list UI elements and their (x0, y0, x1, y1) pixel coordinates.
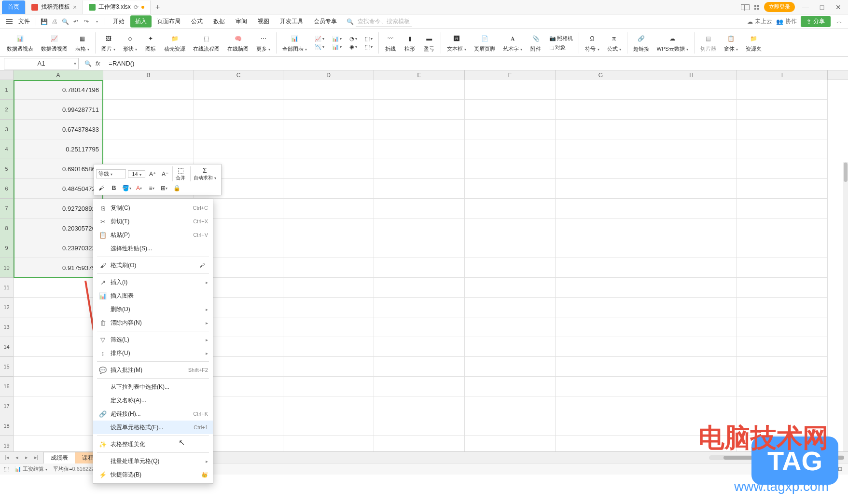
cell-I2[interactable] (737, 100, 828, 120)
row-header-7[interactable]: 7 (0, 199, 14, 218)
cell-I14[interactable] (737, 337, 828, 357)
ctx-item-8[interactable]: 📊插入图表 (93, 289, 213, 302)
cell-E12[interactable] (374, 298, 465, 317)
cell-D17[interactable] (283, 396, 374, 416)
cell-D14[interactable] (283, 337, 374, 357)
chart-type-7[interactable]: ⬚ ▾ (363, 35, 375, 42)
cell-F11[interactable] (465, 278, 556, 298)
cell-E14[interactable] (374, 337, 465, 357)
sb-icon-2[interactable]: ◉ (810, 465, 819, 474)
ribbon-tab-data[interactable]: 数据 (209, 15, 230, 27)
cell-G13[interactable] (556, 317, 646, 337)
cell-A9[interactable]: 0.239703227 (14, 238, 103, 258)
column-header-G[interactable]: G (556, 70, 646, 80)
ctx-extra-icon[interactable]: 🖌 (199, 262, 208, 269)
sheet-prev-icon[interactable]: ◂ (13, 453, 21, 462)
cell-D15[interactable] (283, 357, 374, 377)
new-tab-button[interactable]: + (151, 3, 165, 12)
file-menu[interactable]: 文件 (15, 17, 33, 26)
ribbon-tab-view[interactable]: 视图 (253, 15, 274, 27)
cell-I1[interactable] (737, 80, 828, 100)
cell-A7[interactable]: 0.927208928 (14, 199, 103, 218)
collapse-ribbon-icon[interactable]: ︿ (834, 17, 844, 27)
cell-A2[interactable]: 0.994287711 (14, 100, 103, 120)
cell-E8[interactable] (374, 218, 465, 238)
cell-A5[interactable]: 0.690165869 (14, 159, 103, 179)
cell-A13[interactable] (14, 317, 103, 337)
cell-I18[interactable] (737, 416, 828, 436)
ribbon-tab-insert[interactable]: 插入 (130, 15, 152, 27)
cell-H4[interactable] (646, 139, 737, 159)
cell-B2[interactable] (103, 100, 194, 120)
row-header-16[interactable]: 16 (0, 377, 14, 396)
cell-H16[interactable] (646, 377, 737, 396)
cell-F13[interactable] (465, 317, 556, 337)
ctx-item-9[interactable]: 删除(D)▸ (93, 302, 213, 316)
ctx-item-0[interactable]: ⎘复制(C)Ctrl+C (93, 201, 213, 215)
cell-D2[interactable] (283, 100, 374, 120)
save-icon[interactable]: 💾 (39, 17, 49, 27)
cell-G5[interactable] (556, 159, 646, 179)
hamburger-icon[interactable] (4, 17, 14, 26)
cell-E17[interactable] (374, 396, 465, 416)
ctx-item-13[interactable]: ↕排序(U)▸ (93, 346, 213, 360)
lookup-icon[interactable]: 🔍 (84, 60, 92, 67)
cell-H7[interactable] (646, 199, 737, 218)
cell-F6[interactable] (465, 179, 556, 199)
cell-H6[interactable] (646, 179, 737, 199)
cell-E15[interactable] (374, 357, 465, 377)
cell-H18[interactable] (646, 416, 737, 436)
camera-button[interactable]: 📷 照相机 (547, 34, 575, 42)
cell-F15[interactable] (465, 357, 556, 377)
sparkline-winloss[interactable]: ▬盈亏 (420, 32, 438, 54)
cell-F10[interactable] (465, 258, 556, 278)
ctx-item-24[interactable]: 批量处理单元格(Q)▸ (93, 454, 213, 468)
cell-E7[interactable] (374, 199, 465, 218)
chart-type-2[interactable]: 📉 ▾ (313, 43, 326, 51)
row-header-10[interactable]: 10 (0, 258, 14, 278)
cell-H5[interactable] (646, 159, 737, 179)
ribbon-tab-review[interactable]: 审阅 (231, 15, 252, 27)
sheet-first-icon[interactable]: |◂ (3, 453, 12, 462)
cell-G6[interactable] (556, 179, 646, 199)
row-header-4[interactable]: 4 (0, 139, 14, 159)
tab-template[interactable]: 找稻壳模板 × (26, 0, 83, 14)
close-button[interactable]: ✕ (833, 1, 844, 13)
column-header-H[interactable]: H (646, 70, 737, 80)
cell-C2[interactable] (194, 100, 283, 120)
layout-icon[interactable] (741, 4, 750, 10)
ctx-item-12[interactable]: ▽筛选(L)▸ (93, 333, 213, 346)
row-header-11[interactable]: 11 (0, 278, 14, 298)
cell-E3[interactable] (374, 120, 465, 139)
cell-F9[interactable] (465, 238, 556, 258)
minimize-button[interactable]: — (800, 1, 811, 13)
cell-D5[interactable] (283, 159, 374, 179)
qa-dropdown[interactable]: ▾ (92, 17, 102, 27)
cell-H15[interactable] (646, 357, 737, 377)
all-charts-button[interactable]: 📊全部图表 ▾ (279, 32, 310, 54)
ribbon-tab-layout[interactable]: 页面布局 (153, 15, 185, 27)
column-header-A[interactable]: A (14, 70, 103, 80)
lock-icon[interactable]: 🔒 (171, 183, 182, 193)
row-header-13[interactable]: 13 (0, 317, 14, 337)
wordart-button[interactable]: 𝐀艺术字 ▾ (500, 32, 525, 54)
cell-G2[interactable] (556, 100, 646, 120)
fill-color-icon[interactable]: 🪣▾ (121, 183, 132, 193)
column-header-C[interactable]: C (194, 70, 283, 80)
row-header-17[interactable]: 17 (0, 396, 14, 416)
cell-G14[interactable] (556, 337, 646, 357)
cell-F8[interactable] (465, 218, 556, 238)
cell-I5[interactable] (737, 159, 828, 179)
coop-button[interactable]: 👥 协作 (776, 17, 797, 26)
cell-E2[interactable] (374, 100, 465, 120)
cell-G17[interactable] (556, 396, 646, 416)
column-header-D[interactable]: D (283, 70, 374, 80)
ctx-item-7[interactable]: ↗插入(I)▸ (93, 275, 213, 289)
cell-G12[interactable] (556, 298, 646, 317)
equation-button[interactable]: π公式 ▾ (604, 32, 624, 54)
cell-H10[interactable] (646, 258, 737, 278)
ctx-item-10[interactable]: 🗑清除内容(N)▸ (93, 316, 213, 329)
row-header-8[interactable]: 8 (0, 218, 14, 238)
ctx-item-1[interactable]: ✂剪切(T)Ctrl+X (93, 215, 213, 228)
cell-G3[interactable] (556, 120, 646, 139)
